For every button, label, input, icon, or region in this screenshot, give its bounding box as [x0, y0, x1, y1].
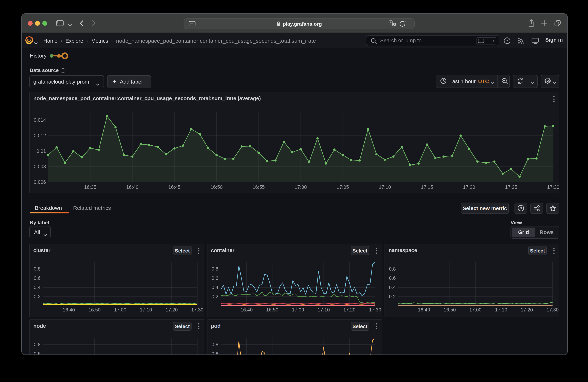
- svg-text:0.6: 0.6: [211, 275, 218, 281]
- svg-text:0.8: 0.8: [211, 342, 218, 347]
- svg-text:17:30: 17:30: [369, 307, 381, 313]
- svg-text:17:00: 17:00: [114, 307, 126, 313]
- svg-text:0.2: 0.2: [211, 294, 218, 299]
- svg-text:0.6: 0.6: [34, 275, 41, 281]
- svg-text:16:50: 16:50: [210, 185, 223, 190]
- svg-text:17:10: 17:10: [317, 307, 330, 313]
- svg-text:17:05: 17:05: [337, 185, 349, 190]
- svg-text:0.2: 0.2: [389, 294, 396, 299]
- svg-text:16:50: 16:50: [443, 307, 456, 313]
- svg-text:17:10: 17:10: [140, 307, 152, 313]
- svg-text:17:20: 17:20: [521, 307, 533, 313]
- svg-text:17:20: 17:20: [343, 307, 355, 313]
- svg-text:16:40: 16:40: [126, 185, 139, 190]
- svg-text:?: ?: [506, 39, 508, 43]
- svg-text:0.8: 0.8: [34, 266, 41, 272]
- svg-text:0.006: 0.006: [34, 179, 46, 185]
- svg-text:17:30: 17:30: [191, 307, 204, 313]
- svg-text:16:45: 16:45: [168, 185, 181, 190]
- svg-text:0.008: 0.008: [34, 164, 46, 169]
- svg-text:0.8: 0.8: [211, 266, 218, 272]
- svg-text:0.012: 0.012: [34, 133, 46, 138]
- svg-text:16:35: 16:35: [84, 185, 97, 190]
- svg-text:16:40: 16:40: [63, 307, 75, 313]
- svg-text:0.6: 0.6: [211, 351, 218, 355]
- svg-text:16:50: 16:50: [88, 307, 101, 313]
- svg-text:17:15: 17:15: [421, 185, 433, 190]
- svg-text:17:10: 17:10: [495, 307, 507, 313]
- svg-text:17:00: 17:00: [294, 185, 307, 190]
- svg-text:16:40: 16:40: [418, 307, 430, 313]
- svg-text:文: 文: [393, 23, 396, 26]
- svg-text:0.4: 0.4: [389, 285, 396, 290]
- svg-text:17:30: 17:30: [546, 307, 559, 313]
- svg-text:16:40: 16:40: [240, 307, 252, 313]
- svg-text:0.6: 0.6: [34, 351, 41, 355]
- svg-text:16:55: 16:55: [252, 185, 265, 190]
- svg-text:0.014: 0.014: [34, 117, 46, 123]
- svg-text:0.4: 0.4: [211, 285, 218, 290]
- svg-text:16:50: 16:50: [266, 307, 278, 313]
- svg-text:17:20: 17:20: [166, 307, 178, 313]
- svg-text:17:10: 17:10: [379, 185, 391, 190]
- svg-text:17:00: 17:00: [292, 307, 304, 313]
- svg-text:0.4: 0.4: [34, 285, 41, 290]
- svg-text:17:00: 17:00: [469, 307, 482, 313]
- svg-text:17:20: 17:20: [463, 185, 475, 190]
- svg-text:0.2: 0.2: [34, 294, 41, 299]
- svg-text:A: A: [390, 21, 392, 24]
- svg-text:0.8: 0.8: [34, 342, 41, 347]
- svg-text:0.6: 0.6: [389, 275, 396, 281]
- svg-text:17:30: 17:30: [547, 185, 559, 190]
- svg-text:0.8: 0.8: [389, 266, 396, 272]
- svg-text:0.01: 0.01: [36, 149, 46, 154]
- svg-text:17:25: 17:25: [505, 185, 517, 190]
